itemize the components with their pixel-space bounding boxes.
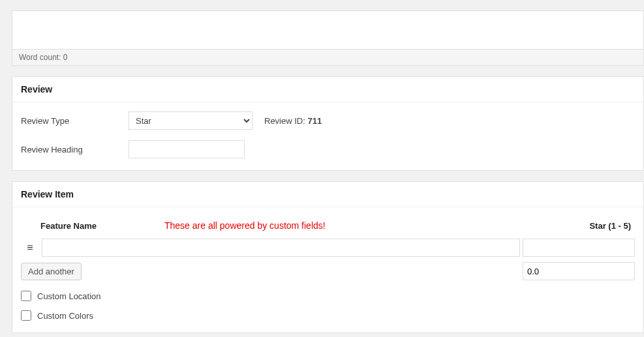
- review-heading-input[interactable]: [129, 140, 245, 158]
- review-id-value: 711: [307, 116, 322, 126]
- annotation-text: These are all powered by custom fields!: [164, 220, 520, 231]
- add-another-button[interactable]: Add another: [21, 263, 82, 280]
- word-count-bar: Word count: 0: [12, 50, 644, 66]
- review-item-table-head: Feature Name These are all powered by cu…: [21, 216, 635, 239]
- review-item-panel-body: Feature Name These are all powered by cu…: [12, 207, 643, 332]
- th-feature-name: Feature Name: [40, 221, 164, 231]
- custom-colors-row: Custom Colors: [21, 310, 635, 321]
- review-type-label: Review Type: [21, 116, 129, 126]
- review-type-control: Star Review ID: 711: [129, 111, 322, 130]
- custom-location-row: Custom Location: [21, 291, 635, 301]
- review-heading-row: Review Heading: [21, 140, 635, 158]
- custom-location-checkbox[interactable]: [21, 291, 31, 301]
- drag-handle-icon[interactable]: ≡: [21, 242, 39, 254]
- action-row: Add another: [21, 262, 635, 280]
- review-id-label: Review ID:: [264, 116, 305, 126]
- word-count-label: Word count: 0: [19, 53, 67, 62]
- feature-name-input[interactable]: [42, 239, 520, 257]
- review-item-panel: Review Item Feature Name These are all p…: [12, 181, 644, 333]
- review-panel-header: Review: [12, 77, 643, 102]
- star-value-input[interactable]: [523, 239, 635, 257]
- th-star: Star (1 - 5): [520, 221, 635, 231]
- custom-location-label: Custom Location: [37, 291, 101, 301]
- review-panel: Review Review Type Star Review ID: 711 R…: [12, 76, 644, 171]
- review-panel-body: Review Type Star Review ID: 711 Review H…: [12, 102, 643, 170]
- custom-colors-checkbox[interactable]: [21, 310, 31, 321]
- review-item-panel-header: Review Item: [12, 182, 643, 207]
- review-type-select[interactable]: Star: [129, 111, 253, 130]
- review-heading-control: [129, 140, 245, 158]
- review-item-row: ≡: [21, 239, 635, 257]
- custom-colors-label: Custom Colors: [37, 311, 93, 321]
- review-type-row: Review Type Star Review ID: 711: [21, 111, 635, 130]
- review-heading-label: Review Heading: [21, 145, 129, 154]
- avg-input[interactable]: [523, 262, 635, 280]
- editor-area[interactable]: [12, 10, 644, 50]
- review-id: Review ID: 711: [264, 116, 322, 126]
